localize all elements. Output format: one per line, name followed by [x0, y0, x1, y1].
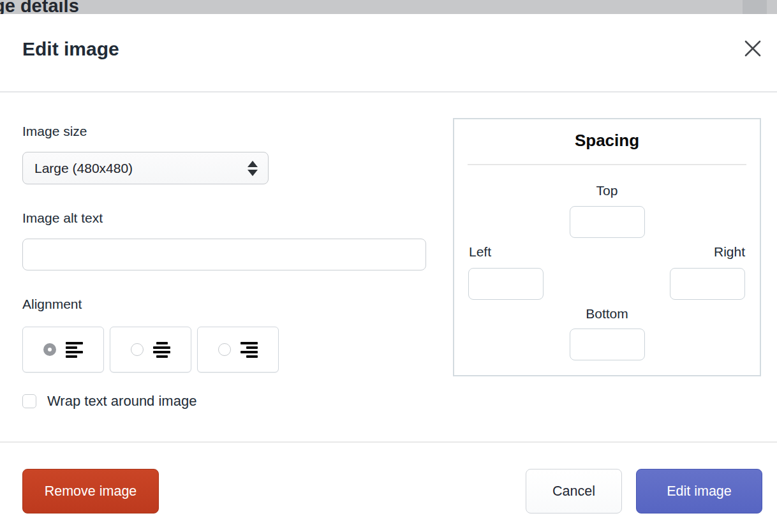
align-left-icon — [66, 342, 83, 358]
close-button[interactable] — [740, 36, 766, 61]
spacing-divider — [468, 164, 746, 165]
image-size-select[interactable]: Large (480x480) — [22, 152, 269, 184]
spacing-right-label: Right — [714, 244, 745, 260]
wrap-text-option[interactable]: Wrap text around image — [22, 393, 196, 410]
alignment-options — [22, 327, 279, 373]
alignment-option-right[interactable] — [197, 327, 279, 373]
cancel-button[interactable]: Cancel — [526, 469, 622, 514]
radio-selected — [43, 343, 56, 356]
image-alt-label: Image alt text — [22, 211, 103, 226]
remove-image-button[interactable]: Remove image — [22, 469, 159, 514]
alignment-option-left[interactable] — [22, 327, 104, 373]
alignment-option-center[interactable] — [110, 327, 191, 373]
screen: ge details Edit image Image size Large (… — [0, 0, 777, 532]
spacing-left-label: Left — [469, 244, 491, 260]
spacing-title: Spacing — [454, 131, 760, 151]
align-right-icon — [241, 342, 258, 358]
wrap-text-checkbox[interactable] — [22, 394, 36, 408]
radio-unselected — [218, 343, 231, 356]
edit-image-modal: Edit image Image size Large (480x480) Im… — [0, 14, 777, 532]
scrollbar-thumb[interactable] — [743, 0, 767, 14]
image-size-label: Image size — [22, 124, 87, 139]
header-divider — [0, 91, 777, 92]
spacing-bottom-input[interactable] — [570, 329, 645, 360]
close-icon — [743, 39, 762, 58]
spacing-top-input[interactable] — [570, 206, 645, 238]
spacing-left-input[interactable] — [468, 268, 544, 300]
image-alt-input[interactable] — [22, 239, 426, 270]
spacing-right-input[interactable] — [670, 268, 745, 300]
image-size-selected-value: Large (480x480) — [34, 161, 248, 176]
align-center-icon — [153, 342, 170, 358]
alignment-label: Alignment — [22, 297, 82, 312]
wrap-text-label: Wrap text around image — [47, 393, 196, 410]
background-page-header: ge details — [0, 0, 777, 14]
spacing-top-label: Top — [454, 183, 760, 198]
select-caret-icon — [248, 161, 258, 176]
edit-image-submit-button[interactable]: Edit image — [636, 469, 762, 514]
background-page-title: ge details — [0, 0, 79, 14]
spacing-bottom-label: Bottom — [454, 306, 760, 321]
footer-divider — [0, 441, 777, 443]
radio-unselected — [131, 343, 144, 356]
spacing-panel: Spacing Top Left Right Bottom — [453, 118, 761, 376]
modal-title: Edit image — [22, 38, 119, 60]
